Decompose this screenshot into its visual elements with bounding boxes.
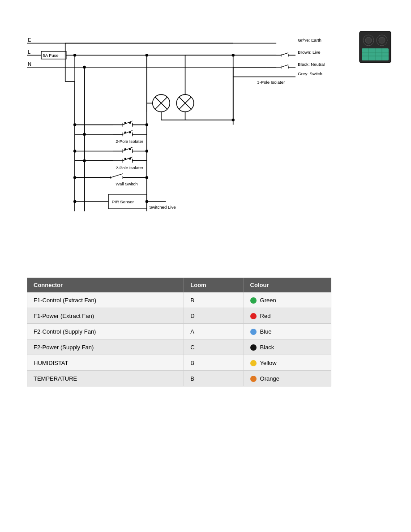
svg-point-42 [129, 158, 131, 160]
table-row: HUMIDISTATBYellow [27, 355, 331, 371]
svg-point-112 [379, 37, 385, 43]
cell-colour: Blue [244, 324, 331, 339]
svg-text:Switched Live: Switched Live [149, 205, 176, 210]
color-dot [250, 376, 257, 382]
cell-loom: B [184, 371, 244, 386]
svg-text:2-Pole Isolater: 2-Pole Isolater [116, 165, 144, 170]
color-dot [250, 344, 257, 351]
label-n: N [28, 61, 31, 67]
label-e: E [28, 37, 31, 43]
svg-point-63 [83, 159, 86, 162]
wiring-svg: E L N 5A Fuse 2-Pole [27, 27, 363, 242]
color-name: Blue [260, 328, 272, 335]
svg-point-59 [73, 150, 76, 152]
color-dot [250, 329, 257, 335]
table-row: F1-Power (Extract Fan)DRed [27, 308, 331, 324]
cell-colour: Green [244, 292, 331, 308]
cell-connector: TEMPERATURE [27, 371, 184, 386]
svg-point-60 [73, 176, 76, 179]
svg-point-65 [146, 123, 148, 126]
cell-connector: F2-Control (Supply Fan) [27, 324, 184, 339]
cell-loom: B [184, 355, 244, 371]
svg-point-34 [124, 148, 126, 150]
cell-colour: Red [244, 308, 331, 324]
svg-point-68 [146, 200, 148, 203]
svg-text:PIR Sensor: PIR Sensor [112, 199, 134, 204]
svg-line-74 [281, 53, 288, 55]
cell-connector: HUMIDISTAT [27, 355, 184, 371]
cell-colour: Black [244, 339, 331, 355]
connector-table-area: Connector Loom Colour F1-Control (Extrac… [0, 269, 411, 395]
svg-text:Grey: Switch: Grey: Switch [298, 71, 322, 76]
col-header-connector: Connector [27, 278, 184, 292]
cell-connector: F2-Power (Supply Fan) [27, 339, 184, 355]
table-row: F1-Control (Extract Fan)BGreen [27, 292, 331, 308]
svg-point-62 [83, 133, 86, 136]
cell-loom: C [184, 339, 244, 355]
col-header-loom: Loom [184, 278, 244, 292]
svg-point-61 [73, 200, 76, 203]
svg-point-25 [129, 132, 131, 133]
svg-point-17 [124, 122, 126, 124]
svg-point-24 [124, 132, 126, 133]
svg-point-58 [73, 123, 76, 126]
color-dot [250, 313, 257, 319]
color-name: Black [260, 344, 274, 351]
connector-table: Connector Loom Colour F1-Control (Extrac… [27, 278, 331, 386]
color-name: Red [260, 313, 271, 319]
svg-point-9 [73, 54, 76, 56]
svg-text:5A Fuse: 5A Fuse [43, 53, 58, 58]
cell-loom: D [184, 308, 244, 324]
color-dot [250, 297, 257, 304]
color-name: Orange [260, 375, 279, 382]
color-name: Yellow [260, 360, 277, 366]
svg-point-66 [146, 150, 148, 152]
svg-line-79 [281, 65, 288, 67]
color-name: Green [260, 297, 276, 304]
svg-point-41 [124, 158, 126, 160]
table-row: TEMPERATUREBOrange [27, 371, 331, 386]
col-header-colour: Colour [244, 278, 331, 292]
wiring-diagram: E L N 5A Fuse 2-Pole [0, 0, 411, 260]
cell-connector: F1-Power (Extract Fan) [27, 308, 184, 324]
svg-text:Brown: Live: Brown: Live [298, 50, 320, 55]
cell-connector: F1-Control (Extract Fan) [27, 292, 184, 308]
label-l: L [28, 49, 30, 55]
svg-point-110 [365, 37, 372, 43]
fan-unit-image [357, 27, 398, 67]
cell-loom: A [184, 324, 244, 339]
svg-point-18 [129, 122, 131, 124]
cell-loom: B [184, 292, 244, 308]
table-row: F2-Power (Supply Fan)CBlack [27, 339, 331, 355]
table-row: F2-Control (Supply Fan)ABlue [27, 324, 331, 339]
cell-colour: Orange [244, 371, 331, 386]
cell-colour: Yellow [244, 355, 331, 371]
svg-line-47 [111, 174, 123, 178]
svg-text:Gr/Ye: Earth: Gr/Ye: Earth [298, 38, 321, 43]
svg-point-35 [129, 148, 131, 150]
svg-text:Black: Neutral: Black: Neutral [298, 62, 325, 67]
color-dot [250, 360, 257, 366]
svg-text:2-Pole Isolater: 2-Pole Isolater [116, 139, 144, 144]
svg-point-107 [146, 54, 148, 56]
svg-text:3-Pole Isolater: 3-Pole Isolater [257, 80, 285, 85]
svg-text:Wall Switch: Wall Switch [116, 181, 137, 186]
svg-point-67 [146, 176, 148, 179]
